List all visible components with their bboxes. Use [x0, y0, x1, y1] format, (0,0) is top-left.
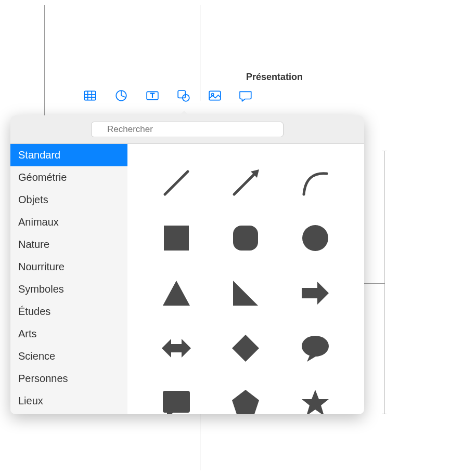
sidebar-item-label: Nature: [18, 239, 49, 250]
sidebar-item-label: Arts: [18, 328, 37, 339]
speech-bubble-shape[interactable]: [282, 322, 349, 374]
callout-line: [382, 414, 387, 414]
callout-line: [384, 283, 384, 414]
curve-shape[interactable]: [282, 157, 349, 209]
shapes-popover: Standard Géométrie Objets Animaux Nature…: [10, 115, 364, 414]
comment-icon[interactable]: [239, 89, 253, 102]
sidebar-item-label: Symboles: [18, 283, 64, 295]
rounded-square-shape[interactable]: [213, 212, 279, 264]
sidebar-item-label: Objets: [18, 194, 48, 205]
double-arrow-shape[interactable]: [143, 322, 210, 374]
right-triangle-shape[interactable]: [213, 267, 279, 319]
shape-icon[interactable]: [177, 89, 190, 102]
svg-line-13: [165, 172, 188, 194]
popover-arrow: [179, 111, 189, 116]
square-shape[interactable]: [143, 212, 210, 264]
sidebar-item-geometrie[interactable]: Géométrie: [10, 166, 127, 189]
sidebar-item-symboles[interactable]: Symboles: [10, 278, 127, 300]
svg-rect-0: [84, 91, 96, 100]
svg-marker-23: [232, 335, 259, 362]
sidebar-item-science[interactable]: Science: [10, 345, 127, 367]
sidebar-item-nourriture[interactable]: Nourriture: [10, 256, 127, 278]
callout-line: [364, 283, 385, 284]
sidebar-item-label: Animaux: [18, 216, 59, 228]
search-row: [10, 115, 364, 144]
sidebar-item-label: Nourriture: [18, 261, 65, 272]
pentagon-shape[interactable]: [213, 377, 279, 414]
svg-marker-22: [162, 339, 191, 358]
sidebar-item-label: Études: [18, 306, 50, 317]
window-title: Présentation: [81, 72, 364, 83]
media-icon[interactable]: [208, 89, 222, 102]
circle-shape[interactable]: [282, 212, 349, 264]
search-input[interactable]: [91, 122, 284, 137]
svg-rect-17: [233, 226, 258, 251]
sidebar-item-objets[interactable]: Objets: [10, 189, 127, 211]
svg-marker-26: [232, 390, 259, 414]
sidebar-item-label: Science: [18, 350, 55, 362]
svg-point-24: [302, 336, 329, 357]
svg-marker-27: [302, 390, 329, 414]
svg-point-18: [302, 225, 328, 251]
arrow-line-shape[interactable]: [213, 157, 279, 209]
svg-marker-20: [233, 281, 258, 306]
table-icon[interactable]: [83, 89, 97, 102]
svg-marker-25: [307, 354, 317, 362]
sidebar-item-arts[interactable]: Arts: [10, 323, 127, 345]
sidebar-item-personnes[interactable]: Personnes: [10, 367, 127, 390]
line-shape[interactable]: [143, 157, 210, 209]
sidebar-item-etudes[interactable]: Études: [10, 300, 127, 323]
triangle-shape[interactable]: [143, 267, 210, 319]
sidebar-item-lieux[interactable]: Lieux: [10, 390, 127, 412]
sidebar-item-label: Personnes: [18, 373, 68, 384]
category-sidebar[interactable]: Standard Géométrie Objets Animaux Nature…: [10, 144, 127, 414]
toolbar: Présentation: [81, 72, 364, 102]
sidebar-item-label: Standard: [18, 149, 60, 161]
chart-icon[interactable]: [114, 89, 128, 102]
svg-rect-7: [178, 90, 185, 98]
callout-square-shape[interactable]: [143, 377, 210, 414]
sidebar-item-label: Géométrie: [18, 172, 67, 183]
svg-line-14: [234, 174, 255, 194]
sidebar-item-animaux[interactable]: Animaux: [10, 211, 127, 233]
arrow-right-shape[interactable]: [282, 267, 349, 319]
callout-line: [384, 151, 384, 284]
svg-marker-19: [163, 281, 190, 306]
diamond-shape[interactable]: [213, 322, 279, 374]
sidebar-item-nature[interactable]: Nature: [10, 233, 127, 256]
svg-rect-16: [164, 226, 189, 251]
shapes-grid: [127, 144, 364, 414]
sidebar-item-standard[interactable]: Standard: [10, 144, 127, 166]
callout-line: [200, 413, 200, 470]
textbox-icon[interactable]: [146, 89, 159, 102]
sidebar-item-label: Lieux: [18, 395, 43, 406]
svg-marker-21: [302, 282, 329, 305]
callout-line: [382, 151, 387, 151]
star-shape[interactable]: [282, 377, 349, 414]
